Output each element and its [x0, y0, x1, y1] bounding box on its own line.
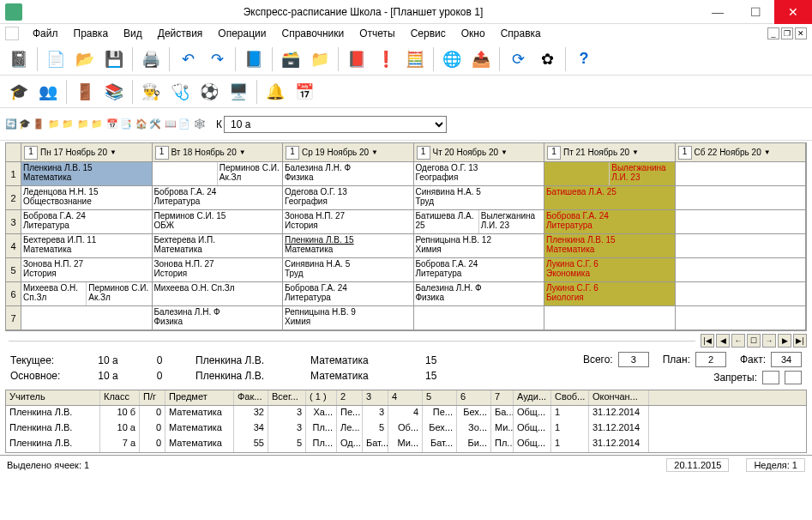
menu-view[interactable]: Вид [117, 26, 149, 41]
archive-icon[interactable]: 🗃️ [277, 45, 304, 73]
door-icon[interactable]: 🚪 [71, 78, 99, 106]
day-num[interactable]: 1 [678, 146, 692, 160]
doors-icon[interactable]: 🚪 [33, 118, 45, 130]
teacher-col-header[interactable]: Всег... [268, 390, 306, 405]
export-icon[interactable]: 📤 [467, 45, 495, 73]
schedule-cell[interactable]: Боброва Г.А. 24Литература [153, 186, 284, 209]
teacher-col-header[interactable]: 2 [337, 390, 363, 405]
dropdown-icon[interactable]: ▼ [371, 148, 378, 156]
dropdown-icon[interactable]: ▼ [501, 148, 508, 156]
schedule-cell[interactable] [676, 186, 807, 209]
day-num[interactable]: 1 [155, 146, 169, 160]
schedule-cell[interactable]: Боброва Г.А. 24Литература [544, 210, 676, 233]
scroll-next[interactable]: → [762, 334, 776, 348]
close-button[interactable]: ✕ [774, 0, 812, 24]
schedule-cell[interactable]: Одегова О.Г. 13География [414, 162, 545, 185]
schedule-cell[interactable]: Вылегжанина Л.И. 23 [544, 162, 676, 185]
menu-edit[interactable]: Правка [67, 26, 116, 41]
swap-grad-icon[interactable]: 🎓 [19, 118, 31, 130]
day-header[interactable]: 1Ср 19 Ноябрь 20▼ [283, 143, 414, 161]
refresh-icon[interactable]: ⟳ [504, 45, 532, 73]
help-icon[interactable]: ? [570, 45, 598, 73]
schedule-cell[interactable] [676, 258, 807, 281]
calendar-icon[interactable]: 📅 [291, 78, 318, 106]
edit-icon[interactable]: 📘 [240, 45, 268, 73]
network-icon[interactable]: 🕸️ [194, 118, 206, 130]
day-header[interactable]: 1Чт 20 Ноябрь 20▼ [414, 143, 545, 161]
schedule-cell[interactable]: Боброва Г.А. 24Литература [414, 258, 545, 281]
schedule-cell[interactable]: Перминов С.И. Ак.Зл [153, 162, 284, 185]
day-header[interactable]: 1Сб 22 Ноябрь 20▼ [676, 143, 807, 161]
schedule-cell[interactable]: Зонова Н.П. 27История [283, 210, 414, 233]
teacher-col-header[interactable]: Ауди... [514, 390, 551, 405]
print-icon[interactable]: 🖨️ [137, 45, 165, 73]
schedule-cell[interactable]: Синявина Н.А. 5Труд [283, 258, 414, 281]
home-icon[interactable]: 🏠 [135, 118, 147, 130]
menu-operations[interactable]: Операции [211, 26, 273, 41]
calendar2-icon[interactable]: 📅 [106, 118, 118, 130]
schedule-cell[interactable]: Боброва Г.А. 24Литература [21, 210, 153, 233]
teacher-col-header[interactable]: Учитель [6, 390, 100, 405]
teacher-col-header[interactable]: Фак... [234, 390, 268, 405]
teacher-col-header[interactable]: ( 1 ) [306, 390, 337, 405]
schedule-cell[interactable]: Леденцова Н.Н. 15Обществознание [21, 186, 153, 209]
schedule-cell[interactable]: Репницына Н.В. 9Химия [283, 306, 414, 330]
dropdown-icon[interactable]: ▼ [764, 148, 771, 156]
undo-icon[interactable]: ↶ [174, 45, 201, 73]
menu-actions[interactable]: Действия [151, 26, 210, 41]
book-icon[interactable]: 📕 [343, 45, 370, 73]
menu-reports[interactable]: Отчеты [352, 26, 401, 41]
folders-icon[interactable]: 📁 [306, 45, 334, 73]
day-header[interactable]: 1Пн 17 Ноябрь 20▼ [21, 143, 153, 161]
globe-icon[interactable]: 🌐 [438, 45, 466, 73]
menu-service[interactable]: Сервис [404, 26, 453, 41]
schedule-cell[interactable] [676, 234, 807, 257]
schedule-cell[interactable]: Бехтерева И.П. 11Математика [21, 234, 153, 257]
day-num[interactable]: 1 [286, 146, 299, 160]
schedule-cell[interactable]: Михеева О.Н. Сп.Зл [153, 282, 284, 305]
teacher-col-header[interactable]: 3 [363, 390, 388, 405]
schedule-cell[interactable]: Балезина Л.Н. ФФизика [283, 162, 414, 185]
schedule-cell[interactable] [21, 306, 153, 330]
copy-icon[interactable]: 📑 [120, 118, 132, 130]
schedule-cell[interactable]: Бехтерева И.П.Математика [153, 234, 284, 257]
schedule-cell[interactable]: Балезина Л.Н. ФФизика [414, 282, 545, 305]
bell-icon[interactable]: 🔔 [262, 78, 289, 106]
schedule-cell[interactable] [544, 306, 676, 330]
minimize-button[interactable]: — [699, 0, 737, 24]
teacher-col-header[interactable]: 5 [423, 390, 457, 405]
day-header[interactable]: 1Пт 21 Ноябрь 20▼ [544, 143, 676, 161]
nurse-icon[interactable]: 🩺 [166, 78, 194, 106]
day-num[interactable]: 1 [417, 146, 430, 160]
teacher-row[interactable]: Пленкина Л.В.10 а0Математика343Пл...Ле..… [6, 421, 806, 437]
ball-icon[interactable]: ⚽ [195, 78, 223, 106]
day-num[interactable]: 1 [547, 146, 561, 160]
schedule-cell[interactable] [676, 306, 807, 330]
scroll-left[interactable]: ← [731, 334, 745, 348]
teacher-col-header[interactable]: Окончан... [589, 390, 649, 405]
pc-icon[interactable]: 🖥️ [225, 78, 252, 106]
new-icon[interactable]: 📄 [42, 45, 69, 73]
dropdown-icon[interactable]: ▼ [239, 148, 246, 156]
mdi-restore[interactable]: ❐ [781, 27, 793, 39]
menu-directories[interactable]: Справочники [275, 26, 352, 41]
schedule-cell[interactable] [676, 162, 807, 185]
people-icon[interactable]: 👥 [34, 78, 62, 106]
flower-icon[interactable]: ✿ [533, 45, 561, 73]
scroll-right[interactable]: ☐ [747, 334, 761, 348]
page-icon[interactable]: 📄 [178, 118, 190, 130]
abacus-icon[interactable]: 🧮 [401, 45, 429, 73]
mdi-close[interactable]: ✕ [795, 27, 807, 39]
teacher-col-header[interactable]: Класс [100, 390, 140, 405]
menu-window[interactable]: Окно [454, 26, 492, 41]
books-icon[interactable]: 📚 [100, 78, 128, 106]
folder-up-icon[interactable]: 📁 [77, 118, 89, 130]
dropdown-icon[interactable]: ▼ [110, 148, 117, 156]
schedule-cell[interactable] [676, 210, 807, 233]
schedule-cell[interactable]: Пленкина Л.В. 15Математика [544, 234, 676, 257]
schedule-cell[interactable]: Пленкина Л.В. 15Математика [283, 234, 414, 257]
chef-icon[interactable]: 👨‍🍳 [137, 78, 165, 106]
schedule-cell[interactable]: Балезина Л.Н. ФФизика [153, 306, 284, 330]
day-num[interactable]: 1 [24, 146, 38, 160]
schedule-cell[interactable]: Репницына Н.В. 12Химия [414, 234, 545, 257]
